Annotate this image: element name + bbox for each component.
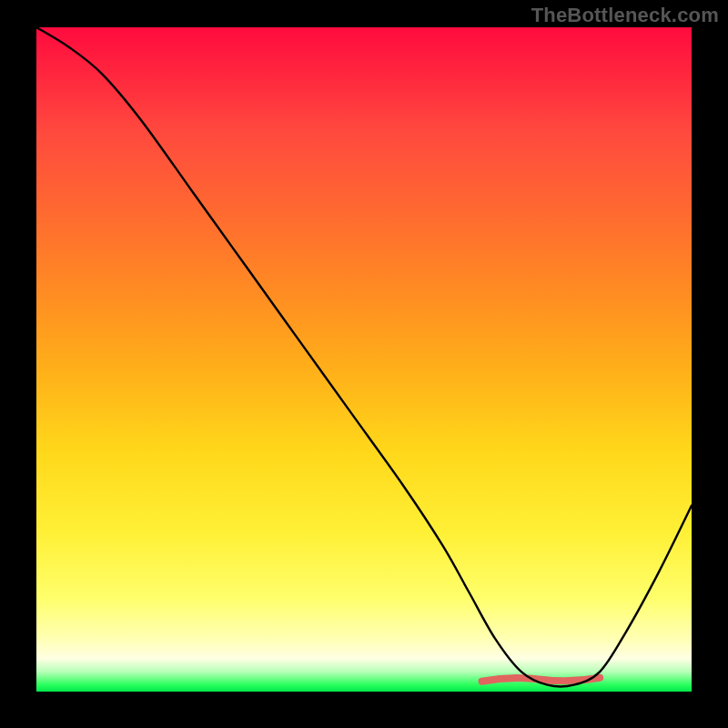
plot-area [36,27,692,692]
chart-container: TheBottleneck.com [0,0,728,728]
bottleneck-curve-path [36,27,692,687]
valley-highlight-path [482,678,601,682]
attribution-label: TheBottleneck.com [531,4,719,27]
curve-svg [36,27,692,692]
